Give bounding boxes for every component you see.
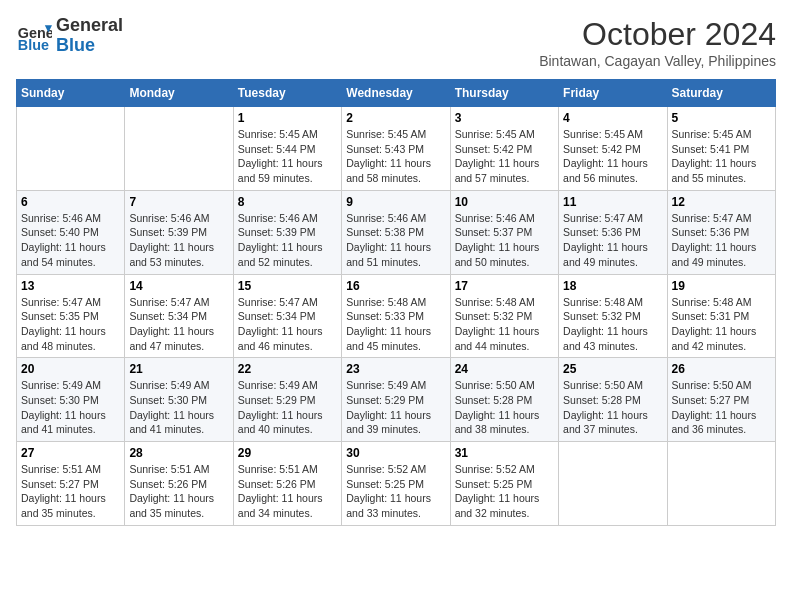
weekday-header: Wednesday [342, 80, 450, 107]
day-info: Sunrise: 5:45 AM Sunset: 5:42 PM Dayligh… [563, 127, 662, 186]
calendar-cell: 23Sunrise: 5:49 AM Sunset: 5:29 PM Dayli… [342, 358, 450, 442]
day-number: 25 [563, 362, 662, 376]
day-number: 28 [129, 446, 228, 460]
day-number: 20 [21, 362, 120, 376]
calendar-cell: 19Sunrise: 5:48 AM Sunset: 5:31 PM Dayli… [667, 274, 775, 358]
day-number: 19 [672, 279, 771, 293]
day-number: 30 [346, 446, 445, 460]
location: Bintawan, Cagayan Valley, Philippines [539, 53, 776, 69]
calendar-cell [559, 442, 667, 526]
calendar-cell: 10Sunrise: 5:46 AM Sunset: 5:37 PM Dayli… [450, 190, 558, 274]
calendar-cell: 5Sunrise: 5:45 AM Sunset: 5:41 PM Daylig… [667, 107, 775, 191]
day-info: Sunrise: 5:50 AM Sunset: 5:27 PM Dayligh… [672, 378, 771, 437]
day-number: 22 [238, 362, 337, 376]
title-area: October 2024 Bintawan, Cagayan Valley, P… [539, 16, 776, 69]
calendar-week-row: 20Sunrise: 5:49 AM Sunset: 5:30 PM Dayli… [17, 358, 776, 442]
calendar-cell: 2Sunrise: 5:45 AM Sunset: 5:43 PM Daylig… [342, 107, 450, 191]
day-info: Sunrise: 5:46 AM Sunset: 5:40 PM Dayligh… [21, 211, 120, 270]
calendar-cell: 13Sunrise: 5:47 AM Sunset: 5:35 PM Dayli… [17, 274, 125, 358]
calendar-cell: 31Sunrise: 5:52 AM Sunset: 5:25 PM Dayli… [450, 442, 558, 526]
day-number: 21 [129, 362, 228, 376]
calendar-cell: 22Sunrise: 5:49 AM Sunset: 5:29 PM Dayli… [233, 358, 341, 442]
weekday-header: Tuesday [233, 80, 341, 107]
day-info: Sunrise: 5:51 AM Sunset: 5:26 PM Dayligh… [238, 462, 337, 521]
svg-text:Blue: Blue [18, 37, 49, 53]
calendar-cell: 27Sunrise: 5:51 AM Sunset: 5:27 PM Dayli… [17, 442, 125, 526]
day-info: Sunrise: 5:46 AM Sunset: 5:38 PM Dayligh… [346, 211, 445, 270]
calendar-cell: 6Sunrise: 5:46 AM Sunset: 5:40 PM Daylig… [17, 190, 125, 274]
day-number: 26 [672, 362, 771, 376]
day-info: Sunrise: 5:48 AM Sunset: 5:32 PM Dayligh… [455, 295, 554, 354]
calendar-cell: 30Sunrise: 5:52 AM Sunset: 5:25 PM Dayli… [342, 442, 450, 526]
day-number: 7 [129, 195, 228, 209]
day-info: Sunrise: 5:46 AM Sunset: 5:39 PM Dayligh… [129, 211, 228, 270]
calendar-cell [667, 442, 775, 526]
day-info: Sunrise: 5:50 AM Sunset: 5:28 PM Dayligh… [455, 378, 554, 437]
calendar-cell: 29Sunrise: 5:51 AM Sunset: 5:26 PM Dayli… [233, 442, 341, 526]
day-info: Sunrise: 5:49 AM Sunset: 5:29 PM Dayligh… [346, 378, 445, 437]
day-info: Sunrise: 5:45 AM Sunset: 5:43 PM Dayligh… [346, 127, 445, 186]
day-info: Sunrise: 5:47 AM Sunset: 5:34 PM Dayligh… [238, 295, 337, 354]
calendar-cell: 28Sunrise: 5:51 AM Sunset: 5:26 PM Dayli… [125, 442, 233, 526]
day-number: 9 [346, 195, 445, 209]
day-info: Sunrise: 5:52 AM Sunset: 5:25 PM Dayligh… [455, 462, 554, 521]
calendar-cell: 8Sunrise: 5:46 AM Sunset: 5:39 PM Daylig… [233, 190, 341, 274]
day-info: Sunrise: 5:49 AM Sunset: 5:30 PM Dayligh… [21, 378, 120, 437]
day-number: 31 [455, 446, 554, 460]
day-number: 13 [21, 279, 120, 293]
calendar-week-row: 27Sunrise: 5:51 AM Sunset: 5:27 PM Dayli… [17, 442, 776, 526]
calendar-cell: 1Sunrise: 5:45 AM Sunset: 5:44 PM Daylig… [233, 107, 341, 191]
day-info: Sunrise: 5:48 AM Sunset: 5:32 PM Dayligh… [563, 295, 662, 354]
day-info: Sunrise: 5:50 AM Sunset: 5:28 PM Dayligh… [563, 378, 662, 437]
weekday-header: Friday [559, 80, 667, 107]
day-number: 27 [21, 446, 120, 460]
calendar-week-row: 6Sunrise: 5:46 AM Sunset: 5:40 PM Daylig… [17, 190, 776, 274]
day-info: Sunrise: 5:51 AM Sunset: 5:26 PM Dayligh… [129, 462, 228, 521]
day-number: 15 [238, 279, 337, 293]
day-info: Sunrise: 5:49 AM Sunset: 5:29 PM Dayligh… [238, 378, 337, 437]
day-number: 6 [21, 195, 120, 209]
day-number: 14 [129, 279, 228, 293]
weekday-header: Thursday [450, 80, 558, 107]
day-number: 29 [238, 446, 337, 460]
day-info: Sunrise: 5:47 AM Sunset: 5:34 PM Dayligh… [129, 295, 228, 354]
day-number: 16 [346, 279, 445, 293]
calendar-cell: 12Sunrise: 5:47 AM Sunset: 5:36 PM Dayli… [667, 190, 775, 274]
calendar-cell: 26Sunrise: 5:50 AM Sunset: 5:27 PM Dayli… [667, 358, 775, 442]
day-info: Sunrise: 5:52 AM Sunset: 5:25 PM Dayligh… [346, 462, 445, 521]
weekday-header: Saturday [667, 80, 775, 107]
day-info: Sunrise: 5:45 AM Sunset: 5:42 PM Dayligh… [455, 127, 554, 186]
day-info: Sunrise: 5:46 AM Sunset: 5:39 PM Dayligh… [238, 211, 337, 270]
day-info: Sunrise: 5:47 AM Sunset: 5:35 PM Dayligh… [21, 295, 120, 354]
calendar-cell: 7Sunrise: 5:46 AM Sunset: 5:39 PM Daylig… [125, 190, 233, 274]
calendar-cell [125, 107, 233, 191]
day-number: 1 [238, 111, 337, 125]
calendar-cell: 9Sunrise: 5:46 AM Sunset: 5:38 PM Daylig… [342, 190, 450, 274]
day-number: 2 [346, 111, 445, 125]
day-number: 12 [672, 195, 771, 209]
calendar-cell: 11Sunrise: 5:47 AM Sunset: 5:36 PM Dayli… [559, 190, 667, 274]
weekday-header: Sunday [17, 80, 125, 107]
day-number: 24 [455, 362, 554, 376]
day-info: Sunrise: 5:49 AM Sunset: 5:30 PM Dayligh… [129, 378, 228, 437]
calendar-cell: 20Sunrise: 5:49 AM Sunset: 5:30 PM Dayli… [17, 358, 125, 442]
day-number: 11 [563, 195, 662, 209]
logo-text: General Blue [56, 16, 123, 56]
calendar-header-row: SundayMondayTuesdayWednesdayThursdayFrid… [17, 80, 776, 107]
calendar-cell: 18Sunrise: 5:48 AM Sunset: 5:32 PM Dayli… [559, 274, 667, 358]
month-title: October 2024 [539, 16, 776, 53]
day-info: Sunrise: 5:51 AM Sunset: 5:27 PM Dayligh… [21, 462, 120, 521]
logo-icon: General Blue [16, 18, 52, 54]
calendar-cell: 17Sunrise: 5:48 AM Sunset: 5:32 PM Dayli… [450, 274, 558, 358]
day-info: Sunrise: 5:47 AM Sunset: 5:36 PM Dayligh… [672, 211, 771, 270]
calendar-cell: 16Sunrise: 5:48 AM Sunset: 5:33 PM Dayli… [342, 274, 450, 358]
day-number: 17 [455, 279, 554, 293]
day-info: Sunrise: 5:48 AM Sunset: 5:33 PM Dayligh… [346, 295, 445, 354]
calendar-cell: 4Sunrise: 5:45 AM Sunset: 5:42 PM Daylig… [559, 107, 667, 191]
day-number: 23 [346, 362, 445, 376]
calendar-week-row: 1Sunrise: 5:45 AM Sunset: 5:44 PM Daylig… [17, 107, 776, 191]
day-number: 10 [455, 195, 554, 209]
day-info: Sunrise: 5:46 AM Sunset: 5:37 PM Dayligh… [455, 211, 554, 270]
calendar-cell: 14Sunrise: 5:47 AM Sunset: 5:34 PM Dayli… [125, 274, 233, 358]
day-info: Sunrise: 5:48 AM Sunset: 5:31 PM Dayligh… [672, 295, 771, 354]
